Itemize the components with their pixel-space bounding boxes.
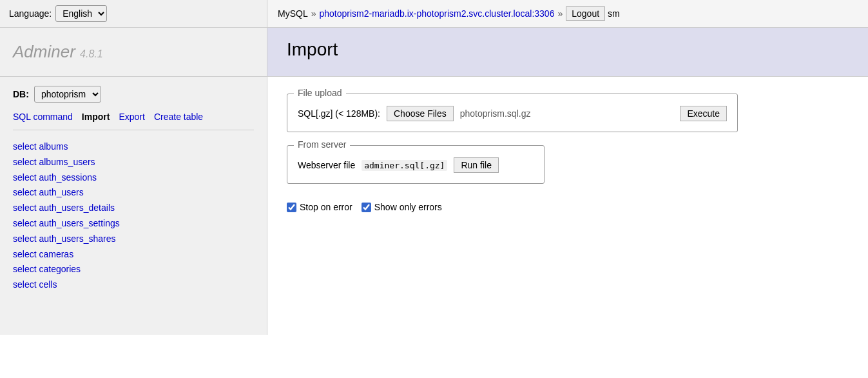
from-server-legend: From server	[294, 139, 350, 150]
file-name: photoprism.sql.gz	[460, 108, 531, 119]
table-list-item[interactable]: select auth_sessions	[13, 170, 254, 186]
show-only-errors-label[interactable]: Show only errors	[362, 202, 442, 212]
choose-files-button[interactable]: Choose Files	[387, 106, 454, 121]
show-only-errors-checkbox[interactable]	[362, 203, 371, 212]
table-list-item[interactable]: select auth_users_shares	[13, 232, 254, 247]
table-list: select albumsselect albums_usersselect a…	[13, 139, 254, 293]
table-list-item[interactable]: select albums_users	[13, 155, 254, 170]
table-list-item[interactable]: select auth_users_settings	[13, 216, 254, 232]
sql-label: SQL[.gz] (< 128MB):	[298, 108, 380, 119]
db-select[interactable]: photoprism	[34, 86, 101, 103]
execute-button[interactable]: Execute	[680, 106, 727, 121]
nav-export[interactable]: Export	[119, 112, 144, 122]
nav-sql-command[interactable]: SQL command	[13, 112, 73, 122]
nav-create-table[interactable]: Create table	[154, 112, 203, 122]
logout-button[interactable]: Logout	[566, 6, 605, 21]
breadcrumb-sep1: »	[311, 8, 316, 19]
nav-import-active: Import	[82, 112, 110, 122]
breadcrumb-extra: sm	[608, 8, 620, 19]
language-select[interactable]: English	[55, 5, 107, 22]
page-title-area: Import	[267, 28, 868, 76]
table-list-item[interactable]: select cells	[13, 277, 254, 293]
table-list-item[interactable]: select albums	[13, 139, 254, 155]
checkboxes-row: Stop on error Show only errors	[287, 202, 849, 212]
language-label: Language:	[9, 8, 52, 19]
file-code: adminer.sql[.gz]	[362, 160, 447, 171]
db-label: DB:	[13, 89, 29, 99]
adminer-version: 4.8.1	[80, 48, 103, 59]
file-upload-legend: File upload	[294, 88, 346, 98]
stop-on-error-label[interactable]: Stop on error	[287, 202, 352, 212]
breadcrumb-server[interactable]: photoprism2-mariadb.ix-photoprism2.svc.c…	[319, 8, 554, 19]
breadcrumb-sep2: »	[557, 8, 563, 19]
nav-links: SQL command Import Export Create table	[13, 112, 254, 130]
file-upload-fieldset: File upload SQL[.gz] (< 128MB): Choose F…	[287, 94, 738, 132]
table-list-item[interactable]: select categories	[13, 262, 254, 277]
table-list-item[interactable]: select cameras	[13, 247, 254, 263]
webserver-label: Webserver file	[298, 160, 355, 170]
page-title: Import	[287, 39, 849, 60]
table-list-item[interactable]: select auth_users_details	[13, 201, 254, 216]
stop-on-error-checkbox[interactable]	[287, 203, 296, 212]
breadcrumb-db-engine: MySQL	[278, 8, 308, 19]
from-server-fieldset: From server Webserver file adminer.sql[.…	[287, 145, 545, 184]
db-selector-row: DB: photoprism	[13, 86, 254, 103]
table-list-item[interactable]: select auth_users	[13, 185, 254, 201]
adminer-logo: Adminer 4.8.1	[13, 42, 103, 61]
run-file-button[interactable]: Run file	[454, 157, 498, 173]
main-content: File upload SQL[.gz] (< 128MB): Choose F…	[267, 77, 868, 335]
